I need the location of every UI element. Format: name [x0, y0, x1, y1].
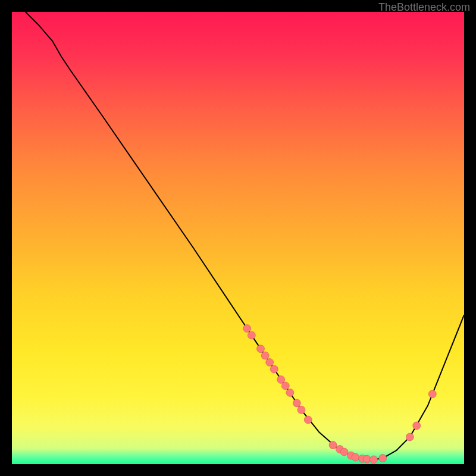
data-point	[266, 359, 274, 367]
data-point	[413, 422, 421, 430]
data-point	[379, 455, 387, 462]
data-point	[257, 345, 265, 353]
attribution-text: TheBottleneck.com	[378, 1, 470, 14]
data-point	[363, 455, 371, 463]
data-point	[277, 375, 285, 383]
chart-container: TheBottleneck.com	[0, 0, 476, 476]
data-point	[298, 406, 305, 414]
data-point	[248, 331, 255, 339]
data-point	[406, 433, 414, 441]
bottleneck-curve	[26, 12, 464, 459]
data-point	[329, 441, 337, 449]
data-point	[270, 365, 278, 373]
data-point	[261, 352, 269, 359]
data-point	[293, 399, 300, 407]
data-point	[281, 382, 289, 390]
curve-layer	[12, 12, 464, 464]
data-point	[428, 390, 436, 398]
plot-area	[12, 12, 464, 464]
data-point	[340, 448, 348, 456]
data-point	[286, 389, 294, 396]
data-point	[304, 416, 312, 424]
data-point	[243, 325, 251, 333]
data-point	[370, 456, 378, 464]
data-point	[352, 453, 359, 461]
